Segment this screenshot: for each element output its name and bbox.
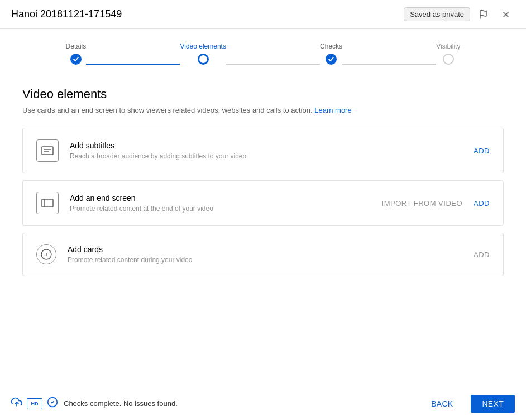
main-content: Video elements Use cards and an end scre… xyxy=(0,74,526,296)
end-screen-add-button[interactable]: ADD xyxy=(474,199,490,207)
video-title: Hanoi 20181121-171549 xyxy=(11,8,122,20)
svg-rect-3 xyxy=(42,147,53,155)
end-screen-icon xyxy=(36,192,59,214)
connector-line-2 xyxy=(226,64,320,65)
step-checks-label: Checks xyxy=(320,42,342,50)
connector-line-3 xyxy=(342,64,436,65)
step-details-label: Details xyxy=(66,42,87,50)
cards-title: Add cards xyxy=(68,245,462,254)
back-button[interactable]: BACK xyxy=(420,395,464,413)
step-checks-circle xyxy=(326,54,337,65)
cards-icon xyxy=(36,244,56,264)
connector-1 xyxy=(86,64,180,65)
cards-actions: ADD xyxy=(474,250,490,259)
subtitles-desc: Reach a broader audience by adding subti… xyxy=(70,152,462,160)
saved-badge: Saved as private xyxy=(404,7,470,21)
step-visibility-circle xyxy=(443,54,454,65)
close-icon xyxy=(501,9,511,20)
step-video-elements: Video elements xyxy=(180,42,226,65)
connector-3 xyxy=(342,64,436,65)
subtitles-card: Add subtitles Reach a broader audience b… xyxy=(22,128,504,173)
header-actions: Saved as private xyxy=(404,6,515,23)
step-visibility: Visibility xyxy=(436,42,460,65)
close-button[interactable] xyxy=(497,6,515,23)
check-circle-icon xyxy=(47,397,58,411)
subtitles-icon xyxy=(36,139,59,162)
end-screen-actions: IMPORT FROM VIDEO ADD xyxy=(382,199,490,207)
footer: HD Checks complete. No issues found. BAC… xyxy=(0,387,526,420)
stepper: Details Video elements Checks xyxy=(0,29,526,74)
upload-icon xyxy=(11,397,22,411)
step-details: Details xyxy=(66,42,87,65)
end-screen-content: Add an end screen Promote related conten… xyxy=(70,194,371,213)
end-screen-desc: Promote related content at the end of yo… xyxy=(70,205,371,213)
flag-button[interactable] xyxy=(475,6,492,23)
cards-content: Add cards Promote related content during… xyxy=(68,245,462,264)
header: Hanoi 20181121-171549 Saved as private xyxy=(0,0,526,29)
end-screen-card: Add an end screen Promote related conten… xyxy=(22,180,504,226)
footer-right: BACK NEXT xyxy=(420,395,515,413)
page-title: Video elements xyxy=(22,87,504,102)
connector-2 xyxy=(226,64,320,65)
footer-status-text: Checks complete. No issues found. xyxy=(64,399,178,408)
page-description: Use cards and an end screen to show view… xyxy=(22,106,504,114)
step-checks: Checks xyxy=(320,42,342,65)
hd-badge: HD xyxy=(27,398,42,409)
svg-rect-6 xyxy=(42,199,53,207)
step-visibility-label: Visibility xyxy=(436,42,460,50)
footer-left: HD Checks complete. No issues found. xyxy=(11,397,178,411)
import-from-video-button[interactable]: IMPORT FROM VIDEO xyxy=(382,199,463,207)
learn-more-link[interactable]: Learn more xyxy=(314,106,351,114)
step-details-circle xyxy=(70,54,82,65)
subtitles-add-button[interactable]: ADD xyxy=(474,147,490,155)
cards-add-button[interactable]: ADD xyxy=(474,250,490,259)
footer-icons: HD xyxy=(11,397,58,411)
cards-desc: Promote related content during your vide… xyxy=(68,256,462,264)
connector-line-1 xyxy=(86,64,180,65)
subtitles-content: Add subtitles Reach a broader audience b… xyxy=(70,141,462,160)
flag-icon xyxy=(479,9,489,20)
cards-card: Add cards Promote related content during… xyxy=(22,233,504,276)
page-desc-text: Use cards and an end screen to show view… xyxy=(22,106,313,114)
step-video-elements-label: Video elements xyxy=(180,42,226,50)
subtitles-title: Add subtitles xyxy=(70,141,462,150)
end-screen-title: Add an end screen xyxy=(70,194,371,202)
next-button[interactable]: NEXT xyxy=(471,395,515,413)
step-video-elements-circle xyxy=(198,54,209,65)
subtitles-actions: ADD xyxy=(474,147,490,155)
